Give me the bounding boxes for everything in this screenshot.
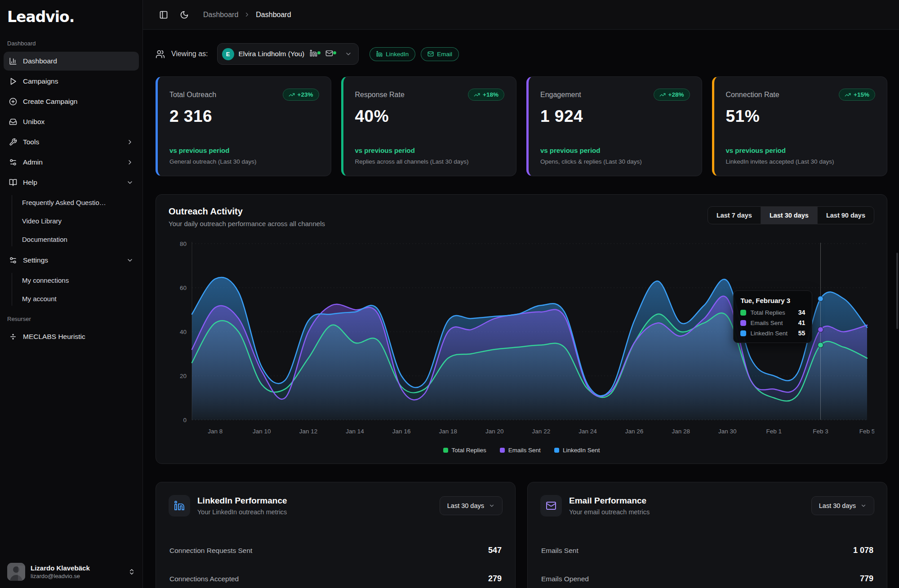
- perf-range-select[interactable]: Last 30 days: [811, 496, 874, 515]
- time-range-tabs: Last 7 daysLast 30 daysLast 90 days: [708, 206, 874, 224]
- chevron-right-icon: [126, 138, 134, 146]
- outreach-chart[interactable]: 020406080Jan 8Jan 10Jan 12Jan 14Jan 16Ja…: [169, 237, 874, 442]
- book-open-icon: [9, 178, 17, 187]
- svg-text:Jan 22: Jan 22: [532, 428, 551, 435]
- svg-text:Feb 1: Feb 1: [766, 428, 782, 435]
- sidebar-subitem-frequently-asked-questio[interactable]: Frequently Asked Questio…: [4, 193, 139, 211]
- sidebar-user-menu[interactable]: Lizardo Klavebäck lizardo@leadvio.se: [0, 557, 142, 588]
- chart-legend: Total RepliesEmails SentLinkedIn Sent: [169, 442, 874, 455]
- legend-item-linkedin-sent: LinkedIn Sent: [554, 447, 600, 454]
- perf-card-linkedin-performance: LinkedIn Performance Your LinkedIn outre…: [156, 482, 516, 588]
- stat-title: Connection Rate: [726, 91, 779, 99]
- svg-text:20: 20: [180, 373, 187, 379]
- viewer-avatar: E: [222, 48, 234, 60]
- trending-up-icon: [474, 92, 480, 98]
- sidebar-section-label: Resurser: [3, 311, 140, 326]
- tooltip-row-linkedin-sent: LinkedIn Sent55: [740, 330, 805, 337]
- bar-chart-icon: [9, 57, 17, 65]
- stat-value: 40%: [355, 107, 505, 126]
- sidebar-item-meclabs-heuristic[interactable]: MECLABS Heuristic: [4, 327, 139, 346]
- svg-text:60: 60: [180, 285, 187, 291]
- perf-card-email-performance: Email Performance Your email outreach me…: [527, 482, 887, 588]
- channel-badge-email[interactable]: Email: [421, 47, 459, 61]
- tooltip-row-emails-sent: Emails Sent41: [740, 319, 805, 326]
- sidebar-subitem-documentation[interactable]: Documentation: [4, 230, 139, 248]
- chart-title: Outreach Activity: [169, 206, 325, 217]
- stat-value: 2 316: [169, 107, 319, 126]
- sidebar-subitem-my-account[interactable]: My account: [4, 290, 139, 307]
- range-tab-last-7-days[interactable]: Last 7 days: [708, 207, 761, 224]
- range-tab-last-90-days[interactable]: Last 90 days: [817, 207, 874, 224]
- chart-tooltip: Tue, February 3 Total Replies34Emails Se…: [733, 290, 812, 343]
- channel-badge-label: LinkedIn: [386, 51, 409, 58]
- stat-value: 51%: [726, 107, 876, 126]
- range-tab-last-30-days[interactable]: Last 30 days: [761, 207, 817, 224]
- breadcrumb-current: Dashboard: [256, 11, 291, 19]
- perf-range-select[interactable]: Last 30 days: [440, 496, 503, 515]
- svg-text:Jan 14: Jan 14: [346, 428, 364, 435]
- perf-row-emails-opened: Emails Opened779: [540, 565, 874, 588]
- chevron-right-icon: [244, 11, 250, 18]
- mail-icon: [540, 495, 562, 517]
- svg-text:Jan 28: Jan 28: [672, 428, 690, 435]
- sidebar-item-tools[interactable]: Tools: [4, 133, 139, 151]
- sidebar-item-admin[interactable]: Admin: [4, 153, 139, 172]
- wrench-icon: [9, 138, 17, 146]
- stat-note: Opens, clicks & replies (Last 30 days): [540, 158, 690, 165]
- perf-title: LinkedIn Performance: [197, 496, 287, 506]
- sidebar-item-create-campaign[interactable]: Create Campaign: [4, 92, 139, 111]
- perf-range-value: Last 30 days: [819, 502, 856, 509]
- legend-swatch: [554, 448, 559, 453]
- main-content: Viewing as: E Elvira Lindholm (You) Link…: [143, 30, 899, 588]
- channel-badge-label: Email: [437, 51, 452, 58]
- channel-badge-linkedin[interactable]: LinkedIn: [369, 47, 415, 61]
- sliders-icon: [9, 158, 17, 166]
- viewing-as-label: Viewing as:: [171, 50, 208, 58]
- sidebar-item-label: Campaigns: [23, 77, 134, 85]
- sidebar-subitem-my-connections[interactable]: My connections: [4, 271, 139, 289]
- trend-badge: +23%: [283, 89, 319, 101]
- panel-left-icon[interactable]: [156, 7, 172, 23]
- sidebar-subitem-video-library[interactable]: Video Library: [4, 212, 139, 230]
- svg-text:Jan 20: Jan 20: [485, 428, 504, 435]
- chevron-right-icon: [126, 159, 134, 166]
- breadcrumb: Dashboard Dashboard: [203, 11, 291, 19]
- inbox-icon: [9, 118, 17, 126]
- breadcrumb-parent[interactable]: Dashboard: [203, 11, 238, 19]
- sidebar-item-label: MECLABS Heuristic: [23, 333, 134, 341]
- perf-title: Email Performance: [569, 496, 650, 506]
- users-icon: [156, 49, 165, 59]
- sidebar-item-settings[interactable]: Settings: [4, 251, 139, 270]
- chevron-down-icon: [345, 50, 352, 58]
- scrollbar-thumb[interactable]: [896, 253, 898, 329]
- stat-value: 1 924: [540, 107, 690, 126]
- linkedin-icon: [169, 495, 190, 517]
- sidebar-item-dashboard[interactable]: Dashboard: [4, 52, 139, 71]
- moon-icon[interactable]: [176, 7, 192, 23]
- legend-label: LinkedIn Sent: [563, 447, 600, 454]
- sidebar-section-label: Dashboard: [3, 36, 140, 50]
- sidebar-item-unibox[interactable]: Unibox: [4, 112, 139, 131]
- main-column: Dashboard Dashboard Viewing as: E Elvira…: [143, 0, 899, 588]
- svg-text:0: 0: [183, 417, 187, 423]
- sidebar: Leadvio. DashboardDashboardCampaignsCrea…: [0, 0, 143, 588]
- stat-compare: vs previous period: [355, 147, 505, 154]
- sidebar-item-campaigns[interactable]: Campaigns: [4, 72, 139, 91]
- trending-up-icon: [289, 92, 295, 98]
- sidebar-nav: DashboardDashboardCampaignsCreate Campai…: [0, 32, 142, 557]
- stat-note: General outreach (Last 30 days): [169, 158, 319, 165]
- plus-circle-icon: [9, 98, 17, 106]
- stat-compare: vs previous period: [540, 147, 690, 154]
- svg-text:Jan 26: Jan 26: [625, 428, 644, 435]
- sidebar-item-help[interactable]: Help: [4, 173, 139, 192]
- sidebar-item-label: Help: [23, 178, 120, 187]
- sidebar-item-label: Unibox: [23, 118, 134, 126]
- stat-delta: +15%: [854, 91, 869, 98]
- legend-swatch: [443, 448, 448, 453]
- svg-text:Jan 10: Jan 10: [253, 428, 271, 435]
- stat-title: Response Rate: [355, 91, 405, 99]
- viewer-select[interactable]: E Elvira Lindholm (You): [217, 43, 359, 65]
- svg-text:Jan 24: Jan 24: [579, 428, 597, 435]
- viewing-as-row: Viewing as: E Elvira Lindholm (You) Link…: [156, 43, 887, 65]
- svg-text:Feb 5: Feb 5: [859, 428, 874, 435]
